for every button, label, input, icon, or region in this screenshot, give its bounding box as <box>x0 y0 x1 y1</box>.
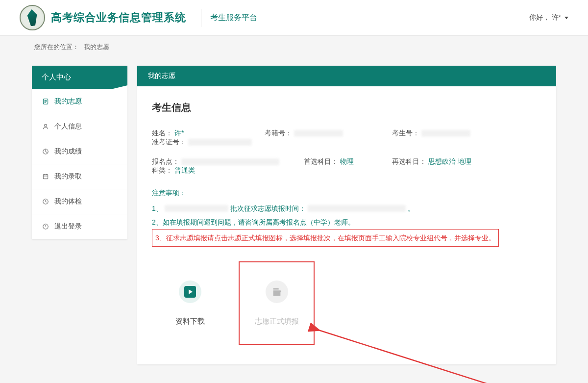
person-icon <box>42 123 49 130</box>
notice-redacted-a <box>165 205 228 212</box>
notice-highlight-box: 3、征求志愿填报请点击志愿正式填报图标，选择填报批次，在填报页面手工输入院校专业… <box>152 229 499 247</box>
category-value: 普通类 <box>174 166 195 175</box>
category-label: 科类： <box>152 166 172 175</box>
secondary-subj-label: 再选科目： <box>392 157 426 166</box>
admit-value-redacted <box>188 139 252 146</box>
sidebar: 个人中心 我的志愿 个人信息 我的成绩 我的录取 <box>32 66 127 239</box>
form-icon <box>42 98 49 105</box>
notice-title: 注意事项： <box>152 186 541 200</box>
greeting-prefix: 你好， <box>529 13 550 22</box>
sidebar-header: 个人中心 <box>32 66 127 89</box>
system-title: 高考综合业务信息管理系统 <box>51 10 186 25</box>
sidebar-item-my-application[interactable]: 我的志愿 <box>32 89 127 114</box>
svg-line-7 <box>318 330 534 383</box>
sidebar-item-label: 我的体检 <box>54 197 82 206</box>
play-icon <box>179 281 201 303</box>
notice-block: 注意事项： 1、 批次征求志愿填报时间： 。 2、如在填报期间遇到问题，请咨询所… <box>152 186 541 247</box>
card-download[interactable]: 资料下载 <box>152 261 228 345</box>
power-icon <box>42 223 49 230</box>
logo-icon <box>20 5 45 30</box>
name-value: 许* <box>174 129 184 138</box>
info-row-2: 报名点： 首选科目： 物理 再选科目： 思想政治 地理 科类： 普通类 <box>152 157 541 175</box>
admit-label: 准考证号： <box>152 138 186 147</box>
sidebar-item-label: 我的录取 <box>54 172 82 181</box>
primary-subj-label: 首选科目： <box>304 157 338 166</box>
breadcrumb: 您所在的位置： 我的志愿 <box>0 36 588 58</box>
sidebar-item-personal-info[interactable]: 个人信息 <box>32 114 127 139</box>
exam-reg-label: 考籍号： <box>265 129 292 138</box>
exam-reg-value-redacted <box>294 130 343 137</box>
name-label: 姓名： <box>152 129 172 138</box>
breadcrumb-current: 我的志愿 <box>84 43 109 51</box>
card-label: 志愿正式填报 <box>255 317 299 326</box>
notice-line-3: 3、征求志愿填报请点击志愿正式填报图标，选择填报批次，在填报页面手工输入院校专业… <box>155 231 495 245</box>
main-panel: 我的志愿 考生信息 姓名： 许* 考籍号： 考生号： 准考证号： <box>137 66 556 364</box>
breadcrumb-label: 您所在的位置： <box>34 43 79 51</box>
notice-line-1: 1、 批次征求志愿填报时间： 。 <box>152 202 541 215</box>
sidebar-item-logout[interactable]: 退出登录 <box>32 214 127 239</box>
card-formal-apply[interactable]: 志愿正式填报 <box>239 261 315 345</box>
sidebar-item-label: 退出登录 <box>54 222 82 231</box>
svg-rect-3 <box>43 175 48 179</box>
main-header: 我的志愿 <box>137 66 556 86</box>
sidebar-item-label: 个人信息 <box>54 122 82 131</box>
regpoint-value-redacted <box>181 158 279 165</box>
student-id-value-redacted <box>421 130 470 137</box>
card-label: 资料下载 <box>175 317 205 326</box>
clock-icon <box>42 198 49 205</box>
notice-redacted-b <box>308 205 406 212</box>
user-name: 许* <box>552 13 561 22</box>
svg-point-1 <box>45 124 47 127</box>
logo-wrap: 高考综合业务信息管理系统 <box>20 5 186 30</box>
primary-subj-value: 物理 <box>340 157 354 166</box>
calendar-icon <box>42 173 49 180</box>
section-title: 考生信息 <box>152 101 541 114</box>
annotation-arrow <box>289 320 544 383</box>
sidebar-item-my-physical[interactable]: 我的体检 <box>32 189 127 214</box>
sidebar-item-label: 我的成绩 <box>54 147 82 156</box>
chevron-down-icon <box>564 17 568 19</box>
app-header: 高考综合业务信息管理系统 考生服务平台 你好， 许* <box>0 0 588 36</box>
chart-icon <box>42 148 49 155</box>
notice-line-2: 2、如在填报期间遇到问题，请咨询所属高考报名点（中学）老师。 <box>152 215 541 229</box>
student-id-label: 考生号： <box>392 129 419 138</box>
platform-tab[interactable]: 考生服务平台 <box>201 9 266 27</box>
sidebar-item-my-grades[interactable]: 我的成绩 <box>32 139 127 164</box>
sidebar-item-label: 我的志愿 <box>54 97 82 106</box>
cards-row: 资料下载 志愿正式填报 <box>152 261 541 345</box>
edit-icon <box>266 281 288 303</box>
sidebar-item-my-admission[interactable]: 我的录取 <box>32 164 127 189</box>
info-row-1: 姓名： 许* 考籍号： 考生号： 准考证号： <box>152 129 541 147</box>
secondary-subj-value: 思想政治 地理 <box>428 157 471 166</box>
user-greeting[interactable]: 你好， 许* <box>529 13 568 22</box>
regpoint-label: 报名点： <box>152 157 179 166</box>
